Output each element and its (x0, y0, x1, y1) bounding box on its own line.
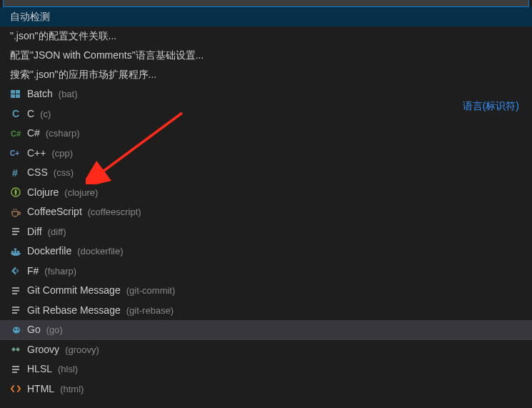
groovy-icon (10, 344, 21, 355)
language-id: (git-commit) (126, 281, 176, 301)
language-item-groovy[interactable]: Groovy(groovy) (0, 340, 532, 360)
svg-rect-3 (16, 94, 20, 98)
svg-rect-14 (14, 248, 16, 250)
svg-point-22 (13, 327, 20, 333)
letter-c-icon: C (10, 108, 21, 119)
lines-icon (10, 285, 21, 297)
language-item-dockerfile[interactable]: Dockerfile(dockerfile) (0, 242, 532, 262)
language-item-hlsl[interactable]: HLSL(hlsl) (0, 359, 532, 379)
language-name: Diff (27, 222, 42, 242)
language-name: C# (27, 124, 40, 144)
svg-text:C: C (12, 108, 19, 119)
language-item-bat[interactable]: Batch(bat) (0, 84, 532, 104)
language-name: HTML (27, 379, 54, 399)
lines-icon (10, 226, 21, 237)
language-item-c[interactable]: CC(c) (0, 104, 532, 124)
language-name: Clojure (27, 183, 59, 203)
language-item-diff[interactable]: Diff(diff) (0, 222, 532, 242)
language-name: Batch (27, 84, 53, 104)
language-item-cpp[interactable]: C+C++(cpp) (0, 144, 532, 164)
language-item-coffeescript[interactable]: CoffeeScript(coffeescript) (0, 202, 532, 222)
language-item-html[interactable]: HTML(html) (0, 379, 532, 399)
language-item-csharp[interactable]: C#C#(csharp) (0, 124, 532, 144)
language-id: (go) (46, 320, 63, 340)
svg-rect-2 (11, 94, 15, 98)
lines-icon (10, 364, 21, 375)
language-id: (hlsl) (58, 359, 78, 379)
coffee-icon (10, 207, 21, 218)
language-list: Batch(bat)CC(c)C#C#(csharp)C+C++(cpp)#CS… (0, 84, 532, 399)
language-id: (dockerfile) (77, 242, 123, 262)
header-language-label: 语言(标识符) (463, 100, 519, 113)
language-id: (c) (40, 104, 51, 124)
language-id: (groovy) (65, 340, 99, 360)
language-id: (diff) (48, 222, 66, 242)
search-input-bar[interactable] (3, 0, 529, 7)
language-name: F# (27, 262, 39, 282)
svg-text:C#: C# (11, 129, 21, 138)
menu-label: 搜索".json"的应用市场扩展程序... (10, 69, 156, 80)
menu-label: 配置"JSON with Comments"语言基础设置... (10, 49, 204, 61)
menu-search-marketplace[interactable]: 搜索".json"的应用市场扩展程序... (0, 65, 532, 84)
svg-rect-15 (17, 251, 19, 253)
language-id: (cpp) (51, 144, 73, 164)
svg-rect-12 (11, 251, 14, 253)
svg-text:#: # (12, 167, 18, 179)
language-item-git-rebase[interactable]: Git Rebase Message(git-rebase) (0, 301, 532, 321)
svg-rect-1 (16, 90, 20, 94)
svg-rect-0 (11, 90, 15, 94)
language-id: (html) (60, 379, 84, 399)
language-item-go[interactable]: Go(go) (0, 320, 532, 340)
svg-text:C+: C+ (10, 149, 19, 157)
language-id: (csharp) (46, 124, 80, 144)
lines-icon (10, 304, 21, 316)
clojure-icon (10, 186, 21, 198)
language-name: Groovy (27, 340, 59, 360)
menu-configure-association[interactable]: ".json"的配置文件关联... (0, 26, 532, 46)
language-id: (git-rebase) (126, 301, 174, 321)
svg-point-24 (17, 329, 19, 330)
menu-label: ".json"的配置文件关联... (10, 30, 116, 41)
csharp-icon: C# (10, 128, 21, 139)
language-item-css[interactable]: #CSS(css) (0, 163, 532, 183)
svg-rect-13 (14, 251, 16, 253)
language-item-fsharp[interactable]: F#(fsharp) (0, 262, 532, 282)
go-icon (10, 324, 21, 336)
menu-auto-detect[interactable]: 自动检测 (0, 7, 532, 26)
docker-icon (10, 246, 21, 257)
language-name: C++ (27, 144, 46, 164)
language-name: Git Rebase Message (27, 301, 121, 321)
language-id: (fsharp) (44, 262, 76, 282)
menu-label: 自动检测 (10, 11, 50, 22)
language-name: CoffeeScript (27, 202, 82, 222)
language-name: C (27, 104, 34, 124)
hash-icon: # (10, 167, 21, 179)
language-id: (coffeescript) (88, 202, 141, 222)
language-name: Go (27, 320, 41, 340)
cpp-icon: C+ (10, 147, 21, 159)
language-item-clojure[interactable]: Clojure(clojure) (0, 183, 532, 203)
language-id: (bat) (59, 84, 78, 104)
language-item-git-commit[interactable]: Git Commit Message(git-commit) (0, 281, 532, 301)
language-id: (css) (54, 163, 74, 183)
fsharp-icon (10, 265, 21, 277)
language-name: HLSL (27, 359, 52, 379)
language-name: CSS (27, 163, 48, 183)
svg-point-23 (14, 329, 16, 330)
language-name: Git Commit Message (27, 281, 121, 301)
windows-icon (10, 89, 21, 100)
code-icon (10, 383, 21, 394)
language-name: Dockerfile (27, 242, 71, 262)
language-id: (clojure) (64, 183, 98, 203)
menu-configure-basics[interactable]: 配置"JSON with Comments"语言基础设置... (0, 46, 532, 65)
